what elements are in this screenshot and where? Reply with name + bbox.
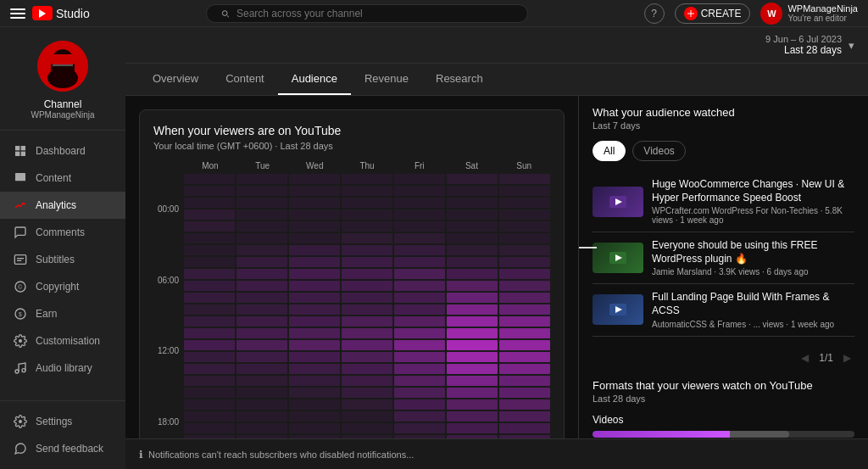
video-item-1: Everyone should be using this FREE WordP… (593, 232, 854, 284)
sidebar-item-audio-library[interactable]: Audio library (0, 355, 125, 382)
day-fri: Fri (393, 161, 446, 170)
video-thumb-2 (593, 294, 643, 325)
tab-content[interactable]: Content (212, 64, 278, 95)
tab-research[interactable]: Research (422, 64, 497, 95)
heatmap-cell-fri-11 (394, 304, 445, 315)
heatmap-cell-mon-12 (184, 316, 235, 327)
heatmap-subtitle: Your local time (GMT +0600) · Last 28 da… (153, 141, 550, 151)
heatmap-cell-sun-0 (499, 174, 550, 184)
heatmap-cell-wed-16 (289, 364, 340, 374)
heatmap-cell-tue-0 (236, 174, 287, 184)
svg-rect-7 (53, 64, 73, 66)
heatmap-cell-sat-20 (447, 411, 498, 422)
search-icon (220, 8, 230, 19)
heatmap-cell-thu-11 (342, 304, 392, 315)
heatmap-cell-tue-16 (236, 364, 287, 374)
video-item-0: Huge WooCommerce Changes · New UI & Hype… (593, 171, 854, 232)
prev-page-button[interactable]: ◀ (798, 350, 812, 366)
sidebar-item-settings[interactable]: Settings (0, 408, 125, 435)
sidebar-item-customisation[interactable]: Customisation (0, 327, 125, 355)
avatar-area[interactable]: W WPManageNinja You're an editor (760, 3, 858, 25)
heatmap-cell-sat-21 (447, 423, 498, 433)
day-wed: Wed (288, 161, 341, 170)
tab-revenue[interactable]: Revenue (351, 64, 422, 95)
sidebar-item-send-feedback[interactable]: Send feedback (0, 435, 125, 462)
main-content: 9 Jun – 6 Jul 2023 Last 28 days ▾ Overvi… (125, 27, 868, 469)
heatmap-cell-sat-9 (447, 281, 498, 291)
video-title-1: Everyone should be using this FREE WordP… (652, 239, 854, 265)
svg-point-21 (19, 339, 22, 343)
sidebar-nav: Dashboard Content Analytics Comments Sub… (0, 131, 125, 400)
heatmap-cell-wed-20 (289, 411, 340, 422)
date-chevron-icon[interactable]: ▾ (849, 39, 854, 52)
date-range: 9 Jun – 6 Jul 2023 Last 28 days (765, 34, 842, 56)
heatmap-cell-fri-13 (394, 328, 445, 338)
heatmap-cell-fri-18 (394, 388, 445, 398)
channel-avatar (37, 41, 88, 92)
video-list: Huge WooCommerce Changes · New UI & Hype… (593, 171, 854, 337)
heatmap-cell-wed-7 (289, 257, 340, 267)
svg-point-24 (19, 420, 22, 423)
heatmap-cell-mon-10 (184, 293, 235, 303)
heatmap-cell-fri-4 (394, 221, 445, 232)
menu-button[interactable] (10, 8, 25, 19)
sidebar-item-content[interactable]: Content (0, 165, 125, 192)
heatmap-cell-mon-1 (184, 186, 235, 196)
heatmap-col-sat (447, 174, 498, 457)
heatmap-cell-sat-16 (447, 364, 498, 374)
next-page-button[interactable]: ▶ (840, 350, 854, 366)
tab-audience[interactable]: Audience (278, 64, 351, 95)
heatmap-cell-tue-6 (236, 245, 287, 255)
heatmap-cell-thu-14 (342, 340, 392, 350)
heatmap-cell-tue-3 (236, 209, 287, 220)
svg-rect-8 (15, 146, 19, 150)
heatmap-cell-tue-13 (236, 328, 287, 338)
settings-label: Settings (36, 416, 72, 427)
video-tab-all[interactable]: All (593, 141, 626, 161)
heatmap-cell-fri-12 (394, 316, 445, 327)
heatmap-cell-thu-15 (342, 352, 392, 362)
sidebar-item-earn[interactable]: $ Earn (0, 300, 125, 327)
sidebar-item-subtitles-label: Subtitles (36, 254, 75, 265)
video-meta-1: Jamie Marsland · 3.9K views · 6 days ago (652, 267, 854, 276)
heatmap-cell-fri-10 (394, 293, 445, 303)
sidebar-item-analytics[interactable]: Analytics (0, 192, 125, 219)
heatmap-cell-tue-20 (236, 411, 287, 422)
heatmap-cell-wed-2 (289, 198, 340, 208)
heatmap-cell-thu-12 (342, 316, 392, 327)
heatmap-cell-fri-14 (394, 340, 445, 350)
create-button[interactable]: CREATE (675, 3, 751, 24)
tab-overview[interactable]: Overview (139, 64, 212, 95)
heatmap-cell-wed-0 (289, 174, 340, 184)
heatmap-cell-thu-7 (342, 257, 392, 267)
heatmap-cell-sun-12 (499, 316, 550, 327)
heatmap-cell-sat-14 (447, 340, 498, 350)
heatmap-col-sun (499, 174, 550, 457)
search-bar[interactable] (206, 4, 528, 23)
sidebar-item-dashboard[interactable]: Dashboard (0, 137, 125, 165)
heatmap-col-fri (394, 174, 445, 457)
heatmap-cell-thu-13 (342, 328, 392, 338)
svg-rect-9 (21, 146, 25, 150)
heatmap-cell-mon-19 (184, 399, 235, 410)
heatmap-cols (184, 174, 550, 457)
heatmap-cell-fri-21 (394, 423, 445, 433)
heatmap-cell-thu-20 (342, 411, 392, 422)
video-thumb-1 (593, 243, 643, 273)
heatmap-cell-sat-4 (447, 221, 498, 232)
sidebar-item-content-label: Content (36, 172, 71, 184)
sidebar-item-analytics-label: Analytics (36, 199, 76, 211)
sidebar-item-copyright-label: Copyright (36, 281, 79, 293)
time-18: 18:00 (153, 417, 182, 427)
help-button[interactable]: ? (644, 3, 665, 24)
earn-icon: $ (14, 307, 27, 321)
sidebar-item-comments[interactable]: Comments (0, 219, 125, 246)
video-tab-videos[interactable]: Videos (632, 141, 685, 161)
heatmap-days: Mon Tue Wed Thu Fri Sat Sun (153, 161, 550, 170)
sidebar-item-copyright[interactable]: © Copyright (0, 273, 125, 300)
heatmap-cell-thu-19 (342, 399, 392, 410)
search-input[interactable] (236, 8, 514, 20)
heatmap-cell-sat-2 (447, 198, 498, 208)
sidebar-item-subtitles[interactable]: Subtitles (0, 246, 125, 273)
heatmap-cell-tue-9 (236, 281, 287, 291)
